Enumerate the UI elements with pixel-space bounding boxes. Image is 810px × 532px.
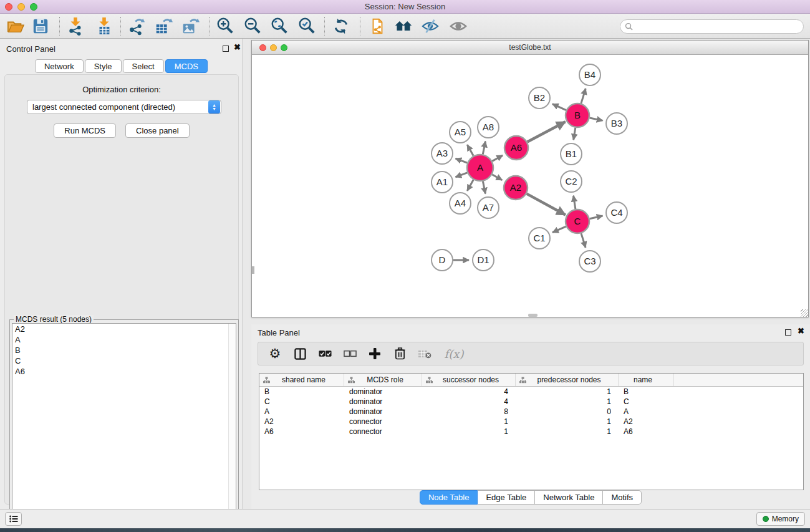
graph-edge-C-C2[interactable] bbox=[574, 196, 576, 210]
table-cell[interactable]: A2 bbox=[259, 417, 344, 426]
table-cell[interactable]: dominator bbox=[344, 397, 422, 406]
table-cell[interactable]: A2 bbox=[619, 417, 674, 426]
mcds-result-list[interactable]: A2ABCA6 bbox=[12, 323, 236, 532]
graph-node-B3[interactable]: B3 bbox=[606, 113, 627, 134]
result-item[interactable]: C bbox=[12, 355, 236, 366]
table-cell[interactable]: A bbox=[259, 407, 344, 416]
zoom-fit-icon[interactable] bbox=[269, 16, 290, 36]
graph-node-C[interactable]: C bbox=[566, 210, 589, 233]
tab-select[interactable]: Select bbox=[123, 59, 164, 73]
table-cell[interactable]: 1 bbox=[422, 427, 516, 436]
graph-edge-A2-C[interactable] bbox=[527, 194, 566, 215]
table-cell[interactable]: 4 bbox=[422, 397, 516, 406]
graph-node-D[interactable]: D bbox=[432, 249, 453, 271]
column-header-shared-name[interactable]: shared name bbox=[259, 374, 344, 386]
graph-node-B2[interactable]: B2 bbox=[529, 87, 550, 109]
tab-node-table[interactable]: Node Table bbox=[420, 490, 478, 505]
table-cell[interactable]: 1 bbox=[422, 417, 516, 426]
graph-node-C1[interactable]: C1 bbox=[529, 228, 550, 249]
zoom-out-icon[interactable] bbox=[242, 16, 263, 36]
refresh-icon[interactable] bbox=[330, 16, 352, 36]
home-icon[interactable] bbox=[393, 16, 414, 36]
task-history-button[interactable] bbox=[5, 512, 22, 526]
column-header-successor-nodes[interactable]: successor nodes bbox=[422, 374, 516, 386]
graph-edge-A-A2[interactable] bbox=[492, 175, 502, 180]
column-header-predecessor-nodes[interactable]: predecessor nodes bbox=[516, 374, 619, 386]
graph-node-C4[interactable]: C4 bbox=[606, 202, 627, 223]
table-cell[interactable]: 1 bbox=[516, 387, 619, 396]
save-session-icon[interactable] bbox=[30, 16, 51, 36]
node-table[interactable]: shared nameMCDS rolesuccessor nodesprede… bbox=[259, 373, 804, 490]
graph-edge-A-A7[interactable] bbox=[483, 181, 485, 194]
tab-mcds[interactable]: MCDS bbox=[165, 59, 208, 73]
table-cell[interactable]: B bbox=[259, 387, 344, 396]
tab-network[interactable]: Network bbox=[35, 59, 84, 73]
vertical-scroll-thumb[interactable] bbox=[252, 266, 254, 274]
search-box[interactable] bbox=[620, 19, 804, 34]
graph-edge-A-A4[interactable] bbox=[467, 180, 473, 191]
open-session-icon[interactable] bbox=[5, 16, 26, 36]
graph-edge-A6-B[interactable] bbox=[528, 122, 566, 142]
table-cell[interactable]: 4 bbox=[422, 387, 516, 396]
float-panel-icon[interactable] bbox=[223, 46, 229, 52]
graph-edge-C-C4[interactable] bbox=[590, 216, 603, 219]
table-row[interactable]: A6connector11A6 bbox=[259, 427, 803, 437]
graph-node-A4[interactable]: A4 bbox=[450, 193, 471, 214]
result-scrollbar[interactable] bbox=[228, 324, 236, 532]
table-cell[interactable]: dominator bbox=[344, 387, 422, 396]
graph-node-C3[interactable]: C3 bbox=[579, 251, 600, 272]
tab-network-table[interactable]: Network Table bbox=[535, 490, 603, 505]
tab-edge-table[interactable]: Edge Table bbox=[478, 490, 535, 505]
graph-node-A2[interactable]: A2 bbox=[504, 176, 528, 200]
graph-node-B[interactable]: B bbox=[566, 104, 589, 127]
table-cell[interactable]: 1 bbox=[516, 417, 619, 426]
result-item[interactable]: A2 bbox=[12, 324, 236, 334]
graph-edge-A-A6[interactable] bbox=[492, 155, 503, 161]
export-network-icon[interactable] bbox=[126, 16, 147, 36]
table-cell[interactable]: connector bbox=[344, 417, 422, 426]
graph-edge-A-A1[interactable] bbox=[456, 173, 468, 177]
table-cell[interactable]: 1 bbox=[516, 397, 619, 406]
graph-edge-B-B1[interactable] bbox=[574, 128, 576, 140]
graph-node-A7[interactable]: A7 bbox=[478, 197, 499, 218]
table-cell[interactable]: A6 bbox=[259, 427, 344, 436]
graph-edge-A-A3[interactable] bbox=[456, 158, 468, 163]
tab-style[interactable]: Style bbox=[85, 59, 122, 73]
table-cell[interactable]: B bbox=[619, 387, 674, 396]
graph-node-A3[interactable]: A3 bbox=[432, 143, 453, 164]
search-input[interactable] bbox=[635, 22, 803, 31]
graph-edge-B-B4[interactable] bbox=[581, 89, 586, 104]
table-cell[interactable]: 8 bbox=[422, 407, 516, 416]
import-table-icon[interactable] bbox=[94, 16, 115, 36]
network-from-file-icon[interactable] bbox=[367, 16, 388, 36]
graph-node-A[interactable]: A bbox=[467, 155, 493, 181]
result-item[interactable]: A bbox=[12, 334, 236, 345]
graph-edge-C-C3[interactable] bbox=[581, 233, 586, 248]
add-row-icon[interactable] bbox=[367, 346, 383, 362]
graph-node-B4[interactable]: B4 bbox=[579, 64, 600, 85]
export-image-icon[interactable] bbox=[180, 16, 201, 36]
delete-row-icon[interactable] bbox=[392, 346, 408, 362]
table-cell[interactable]: dominator bbox=[344, 407, 422, 416]
zoom-in-icon[interactable] bbox=[215, 16, 236, 36]
result-item[interactable]: B bbox=[12, 345, 236, 355]
result-item[interactable]: A6 bbox=[12, 366, 236, 377]
deselect-all-icon[interactable] bbox=[342, 346, 358, 362]
table-float-icon[interactable] bbox=[785, 329, 791, 336]
show-columns-icon[interactable] bbox=[292, 346, 308, 362]
column-header-MCDS-role[interactable]: MCDS role bbox=[344, 374, 422, 386]
network-canvas[interactable]: AA1A2A3A4A5A6A7A8BB1B2B3B4CC1C2C3C4DD1 bbox=[252, 55, 808, 317]
graph-edge-C-C1[interactable] bbox=[552, 226, 566, 233]
run-mcds-button[interactable]: Run MCDS bbox=[54, 123, 116, 138]
graph-node-A6[interactable]: A6 bbox=[504, 136, 528, 160]
table-cell[interactable]: C bbox=[259, 397, 344, 406]
memory-button[interactable]: Memory bbox=[756, 512, 805, 526]
graph-edge-A-A8[interactable] bbox=[483, 142, 485, 155]
show-panels-icon[interactable] bbox=[448, 16, 469, 36]
tab-motifs[interactable]: Motifs bbox=[603, 490, 642, 505]
table-row[interactable]: Cdominator41C bbox=[259, 397, 803, 407]
graph-node-A5[interactable]: A5 bbox=[450, 122, 471, 143]
zoom-selected-icon[interactable] bbox=[296, 16, 317, 36]
graph-node-A1[interactable]: A1 bbox=[432, 172, 453, 193]
close-panel-button[interactable]: Close panel bbox=[125, 123, 190, 138]
